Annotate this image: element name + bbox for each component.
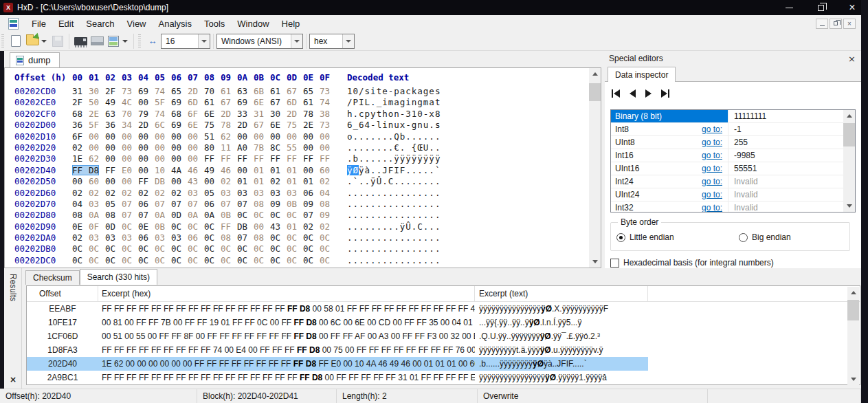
hex-byte[interactable]: 0C xyxy=(303,243,313,254)
export-dropdown-caret[interactable] xyxy=(122,40,128,43)
hex-byte[interactable]: 07 xyxy=(188,199,198,209)
hex-row[interactable]: 00202D301E62000000000000FFFFFFFFFFFFFFFF… xyxy=(14,153,441,164)
hex-byte[interactable]: 00 xyxy=(122,176,132,186)
open-ram-button[interactable] xyxy=(72,33,89,50)
hex-byte[interactable]: 65 xyxy=(303,86,313,96)
hex-byte[interactable]: 0C xyxy=(72,243,82,254)
goto-link[interactable]: go to: xyxy=(684,124,728,134)
hex-byte[interactable]: 01 xyxy=(287,221,297,232)
hex-byte[interactable]: 0C xyxy=(270,232,280,243)
decoded-text[interactable]: ÿØÿà..JFIF.....` xyxy=(347,165,441,175)
hex-byte[interactable]: 67 xyxy=(287,86,297,96)
hex-byte[interactable]: 00 xyxy=(105,142,115,153)
hex-byte[interactable]: 0A xyxy=(89,210,99,220)
menu-window[interactable]: Window xyxy=(231,17,275,31)
hex-byte[interactable]: 51 xyxy=(204,131,214,142)
last-byte-button[interactable] xyxy=(661,89,669,98)
hex-byte[interactable]: 06 xyxy=(138,199,148,209)
scroll-down-icon[interactable] xyxy=(847,373,859,385)
prev-byte-button[interactable] xyxy=(630,89,636,98)
hex-byte[interactable]: 0C xyxy=(320,255,330,265)
hex-byte[interactable]: 0C xyxy=(287,210,297,220)
hex-byte[interactable]: 6E xyxy=(204,109,214,119)
hex-byte[interactable]: 2F xyxy=(72,97,82,107)
scroll-thumb[interactable] xyxy=(843,123,855,146)
hex-byte[interactable]: 02 xyxy=(89,188,99,198)
hex-byte[interactable]: 75 xyxy=(204,120,214,130)
hex-byte[interactable]: 0C xyxy=(237,255,247,265)
search-result-row[interactable]: 10FE1700 81 00 FF FF 7B 00 FF FF 19 01 F… xyxy=(27,316,648,329)
hex-byte[interactable]: D8 xyxy=(89,165,99,175)
hex-byte[interactable]: 00 xyxy=(303,142,313,153)
hex-byte[interactable]: 0D xyxy=(105,221,115,232)
hex-byte[interactable]: 6E xyxy=(270,120,280,130)
hex-byte[interactable]: 00 xyxy=(171,142,181,153)
hex-byte[interactable]: 0C xyxy=(287,243,297,254)
hex-byte[interactable]: 11 xyxy=(221,142,231,153)
scroll-thumb[interactable] xyxy=(847,300,859,320)
hex-byte[interactable]: 0C xyxy=(270,255,280,265)
hex-byte[interactable]: 02 xyxy=(72,232,82,243)
hex-byte[interactable]: 6F xyxy=(72,131,82,142)
hex-row[interactable]: 00202D5000600000FFDB00430002010102010102… xyxy=(14,176,441,187)
hex-byte[interactable]: 00 xyxy=(171,176,181,186)
scroll-up-icon[interactable] xyxy=(843,110,855,122)
hex-byte[interactable]: 74 xyxy=(320,97,330,107)
hex-byte[interactable]: 46 xyxy=(221,165,231,175)
hex-byte[interactable]: 34 xyxy=(122,120,132,130)
hex-byte[interactable]: 61 xyxy=(221,86,231,96)
menu-help[interactable]: Help xyxy=(276,17,307,31)
hex-byte[interactable]: 31 xyxy=(254,109,264,119)
hex-row[interactable]: 00202DB00C0C0C0C0C0C0C0C0C0C0C0C0C0C0C0C… xyxy=(14,243,441,254)
hex-byte[interactable]: 75 xyxy=(287,120,297,130)
hex-row[interactable]: 00202D40FFD8FFE000104A464946000101010060… xyxy=(14,165,441,176)
hex-byte[interactable]: 0C xyxy=(155,255,165,265)
hex-byte[interactable]: 6D xyxy=(188,97,198,107)
hex-byte[interactable]: 0E xyxy=(72,221,82,232)
radio-icon[interactable] xyxy=(739,233,748,242)
hex-byte[interactable]: 49 xyxy=(204,165,214,175)
radio-little-endian[interactable]: Little endian xyxy=(616,232,739,242)
hex-byte[interactable]: 03 xyxy=(270,188,280,198)
hex-byte[interactable]: 74 xyxy=(155,86,165,96)
inspector-value[interactable]: -9985 xyxy=(728,149,855,162)
hex-byte[interactable]: 2D xyxy=(287,109,297,119)
hex-row[interactable]: 00202D2002000000000000008011A07B8C550000… xyxy=(14,142,441,153)
hex-byte[interactable]: 2D xyxy=(138,120,148,130)
hex-byte[interactable]: 00 xyxy=(105,153,115,164)
hex-byte[interactable]: 67 xyxy=(254,120,264,130)
hex-byte[interactable]: 08 xyxy=(221,232,231,243)
hex-byte[interactable]: 01 xyxy=(287,176,297,186)
hex-byte[interactable]: 09 xyxy=(270,199,280,209)
column-excerpt-hex[interactable]: Excerpt (hex) xyxy=(98,286,475,301)
inspector-row-int8[interactable]: Int8go to:-1 xyxy=(611,123,855,136)
inspector-row-int24[interactable]: Int24go to:Invalid xyxy=(611,175,855,188)
hex-byte[interactable]: 08 xyxy=(320,199,330,209)
hex-byte[interactable]: 0C xyxy=(320,232,330,243)
hex-byte[interactable]: 63 xyxy=(237,86,247,96)
hex-byte[interactable]: 6F xyxy=(188,109,198,119)
hex-byte[interactable]: 0A xyxy=(155,210,165,220)
hex-byte[interactable]: 0C xyxy=(171,255,181,265)
inspector-value[interactable]: Invalid xyxy=(728,188,855,201)
hex-byte[interactable]: 78 xyxy=(221,120,231,130)
hex-byte[interactable]: 05 xyxy=(204,188,214,198)
hex-byte[interactable]: 63 xyxy=(105,109,115,119)
radio-icon[interactable] xyxy=(616,233,625,242)
decoded-text[interactable]: ................ xyxy=(347,210,441,220)
hex-byte[interactable]: 62 xyxy=(221,131,231,142)
hex-byte[interactable]: 08 xyxy=(105,210,115,220)
hex-byte[interactable]: 1E xyxy=(72,153,82,164)
hex-byte[interactable]: FF xyxy=(303,153,313,164)
hex-byte[interactable]: 6B xyxy=(254,86,264,96)
tab-search-330-hits-[interactable]: Search (330 hits) xyxy=(80,269,157,285)
hex-byte[interactable]: FF xyxy=(72,165,82,175)
hex-byte[interactable]: 65 xyxy=(171,86,181,96)
hex-byte[interactable]: 09 xyxy=(303,199,313,209)
hex-byte[interactable]: 00 xyxy=(188,131,198,142)
hex-byte[interactable]: 69 xyxy=(171,120,181,130)
hex-row[interactable]: 00202CF0682E63707974686F6E2D3331302D7838… xyxy=(14,109,441,120)
bytes-per-row-select[interactable]: 16 xyxy=(161,34,210,49)
hex-row[interactable]: 00202CD031302F736974652D7061636B61676573… xyxy=(14,86,441,97)
search-result-row[interactable]: EEABFFF FF FF FF FF FF FF FF FF FF FF FF… xyxy=(27,302,648,316)
